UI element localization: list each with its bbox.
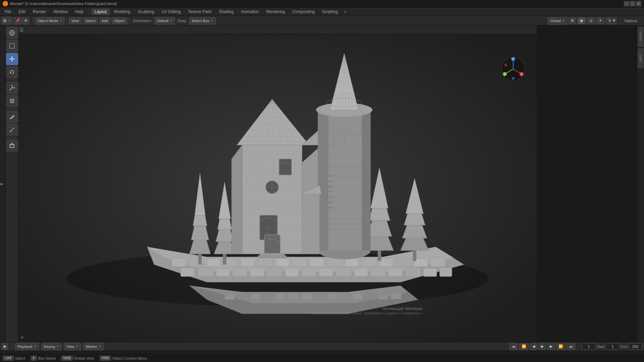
- viewport-shading-wire[interactable]: ⊞: [569, 17, 576, 24]
- minimize-button[interactable]: ─: [624, 1, 629, 6]
- global-dropdown[interactable]: Global ▼: [548, 17, 567, 24]
- tab-uv-editing[interactable]: UV Editing: [158, 8, 184, 15]
- svg-point-16: [9, 89, 10, 90]
- cursor-tool[interactable]: [6, 27, 18, 39]
- keying-dropdown[interactable]: Keying ▼: [42, 343, 62, 350]
- add-primitive-tool[interactable]: [6, 139, 18, 152]
- svg-point-14: [11, 85, 12, 86]
- menu-render[interactable]: Render: [30, 8, 49, 15]
- separator-2: [66, 17, 67, 24]
- scene-panel-toggle[interactable]: Scene: [638, 27, 644, 47]
- menu-window[interactable]: Window: [50, 8, 71, 15]
- svg-rect-58: [396, 257, 411, 266]
- svg-text:▪▪▪▪▪▪: ▪▪▪▪▪▪: [323, 174, 333, 177]
- svg-rect-72: [371, 268, 385, 277]
- svg-rect-67: [285, 268, 299, 277]
- svg-point-200: [512, 77, 515, 80]
- measure-tool[interactable]: [6, 124, 18, 136]
- mode-dropdown[interactable]: Object Mode ▼: [35, 17, 64, 24]
- drag-dropdown[interactable]: Select Box ▼: [189, 17, 216, 24]
- svg-rect-41: [379, 294, 388, 300]
- navigation-gizmo[interactable]: Z X Y: [500, 56, 527, 82]
- tab-layout[interactable]: Layout: [91, 8, 110, 15]
- timeline-view-dropdown[interactable]: View ▼: [64, 343, 81, 350]
- svg-rect-75: [423, 268, 437, 277]
- svg-rect-50: [258, 257, 273, 266]
- overlays-btn[interactable]: ⊙ ▼: [606, 17, 618, 24]
- marker-dropdown[interactable]: Marker ▼: [84, 343, 104, 350]
- menu-edit[interactable]: Edit: [15, 8, 29, 15]
- status-bar: LMB Select B Box Select MMB Rotate View …: [0, 354, 644, 362]
- jump-start-btn[interactable]: ⏮: [509, 343, 518, 350]
- object-menu[interactable]: Object: [112, 17, 127, 24]
- tab-sculpting[interactable]: Sculpting: [135, 8, 158, 15]
- svg-rect-178: [264, 235, 280, 254]
- tab-shading[interactable]: Shading: [216, 8, 237, 15]
- svg-text:▪▪▪▪▪▪: ▪▪▪▪▪▪: [323, 205, 333, 209]
- current-frame-input[interactable]: 1: [582, 343, 595, 350]
- editor-type-dropdown[interactable]: ⊞ ▼: [1, 17, 12, 24]
- tab-rendering[interactable]: Rendering: [263, 8, 288, 15]
- svg-text:▪▪▪▪▪▪: ▪▪▪▪▪▪: [323, 190, 333, 193]
- annotate-tool[interactable]: [6, 111, 18, 123]
- 3d-viewport[interactable]: ☰: [18, 25, 537, 342]
- svg-rect-180: [258, 255, 286, 258]
- rotate-tool[interactable]: [6, 66, 18, 78]
- rotate-view-status: MMB Rotate View: [61, 356, 94, 361]
- viewport-shading-rendered[interactable]: ☀: [596, 17, 604, 24]
- svg-text:Y: Y: [504, 73, 506, 76]
- add-menu[interactable]: Add: [99, 17, 110, 24]
- svg-text:Z: Z: [512, 58, 514, 61]
- svg-rect-23: [10, 145, 14, 147]
- tab-texture-paint[interactable]: Texture Paint: [185, 8, 215, 15]
- svg-rect-3: [10, 44, 14, 48]
- tab-scripting[interactable]: Scripting: [319, 8, 341, 15]
- next-frame-btn[interactable]: ⏩: [556, 343, 566, 350]
- svg-rect-40: [365, 293, 376, 300]
- maximize-button[interactable]: □: [630, 1, 635, 6]
- add-workspace-button[interactable]: +: [342, 9, 348, 14]
- frame-start-input[interactable]: 1: [606, 343, 619, 350]
- transform-tool[interactable]: [6, 95, 18, 107]
- svg-rect-63: [216, 268, 229, 277]
- select-box-tool[interactable]: [6, 40, 18, 52]
- menu-file[interactable]: File: [1, 8, 14, 15]
- prev-keyframe-btn[interactable]: ◀: [530, 343, 537, 350]
- playback-dropdown[interactable]: Playback ▼: [15, 343, 39, 350]
- svg-rect-39: [352, 293, 362, 300]
- tab-animation[interactable]: Animation: [238, 8, 262, 15]
- viewport-shading-material[interactable]: ◎: [587, 17, 595, 24]
- move-tool[interactable]: [6, 53, 18, 65]
- select-menu[interactable]: Select: [83, 17, 98, 24]
- windows-activation-watermark: Активация Windows Чтобы активировать Win…: [311, 306, 423, 315]
- svg-rect-60: [430, 258, 445, 266]
- svg-text:X: X: [521, 73, 523, 76]
- view-menu[interactable]: View: [69, 17, 82, 24]
- svg-rect-55: [345, 258, 359, 266]
- pin-button[interactable]: 📌: [14, 17, 22, 24]
- prev-frame-btn[interactable]: ⏪: [519, 343, 529, 350]
- box-select-key: B: [31, 356, 37, 361]
- frame-end-input[interactable]: 250: [629, 343, 642, 350]
- svg-rect-62: [198, 267, 213, 277]
- svg-rect-51: [276, 258, 289, 266]
- timeline-type-btn[interactable]: ▶: [2, 343, 8, 350]
- tab-compositing[interactable]: Compositing: [289, 8, 318, 15]
- menu-help[interactable]: Help: [72, 8, 87, 15]
- view-layer-toggle[interactable]: Layer: [638, 48, 644, 68]
- close-button[interactable]: ✕: [636, 1, 641, 6]
- orientation-dropdown[interactable]: Default ▼: [155, 17, 175, 24]
- jump-end-btn[interactable]: ⏭: [567, 343, 575, 350]
- svg-rect-73: [388, 268, 402, 277]
- svg-rect-76: [440, 268, 452, 277]
- next-keyframe-btn[interactable]: ▶: [547, 343, 555, 350]
- scale-tool[interactable]: [6, 82, 18, 94]
- svg-marker-9: [14, 58, 15, 60]
- context-menu-label: Object Context Menu: [112, 356, 147, 360]
- settings-button[interactable]: ⚙: [22, 17, 29, 24]
- play-btn[interactable]: ▶: [539, 343, 546, 350]
- viewport-shading-solid[interactable]: ◉: [578, 17, 586, 24]
- svg-rect-47: [207, 258, 220, 266]
- viewport-menu-icon[interactable]: ☰: [19, 27, 24, 33]
- tab-modeling[interactable]: Modeling: [111, 8, 134, 15]
